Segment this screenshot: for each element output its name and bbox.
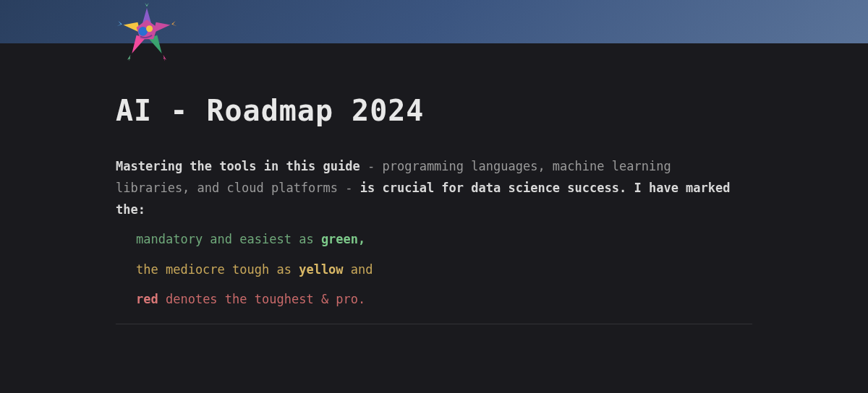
legend-green-bold: green,	[321, 232, 365, 246]
page-title: AI - Roadmap 2024	[116, 94, 752, 127]
legend-green-pre: mandatory and easiest as	[136, 232, 321, 246]
legend-list: mandatory and easiest as green, the medi…	[116, 230, 752, 309]
section-divider	[116, 324, 752, 324]
legend-yellow: the mediocre tough as yellow and	[136, 261, 752, 280]
legend-yellow-pre: the mediocre tough as	[136, 262, 299, 277]
legend-yellow-bold: yellow	[299, 262, 343, 277]
intro-bold-1: Mastering the tools in this guide	[116, 159, 360, 173]
legend-red-bold: red	[136, 292, 158, 306]
legend-green: mandatory and easiest as green,	[136, 230, 752, 249]
svg-point-7	[146, 25, 153, 32]
main-content: AI - Roadmap 2024 Mastering the tools in…	[0, 43, 868, 324]
pinata-star-logo	[114, 1, 179, 66]
svg-point-6	[138, 27, 148, 36]
legend-red: red denotes the toughest & pro.	[136, 290, 752, 309]
legend-yellow-post: and	[344, 262, 373, 277]
legend-red-post: denotes the toughest & pro.	[158, 292, 366, 306]
intro-paragraph: Mastering the tools in this guide - prog…	[116, 156, 752, 220]
